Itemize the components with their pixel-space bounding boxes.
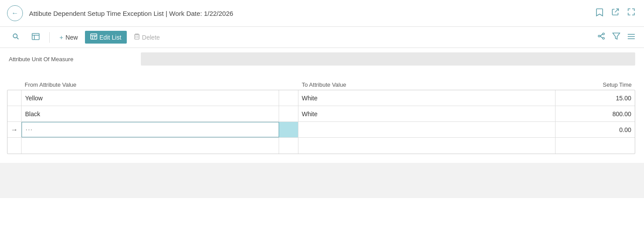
svg-line-18 bbox=[600, 36, 603, 38]
table-row-active: → ··· 0.00 bbox=[7, 122, 635, 138]
svg-point-14 bbox=[603, 33, 604, 35]
filter-icon[interactable] bbox=[612, 33, 620, 42]
col-header-from: From Attribute Value bbox=[21, 81, 279, 88]
toolbar-left: + New Edit List bbox=[7, 30, 165, 44]
row-to-3[interactable] bbox=[298, 122, 556, 137]
delete-button[interactable]: Delete bbox=[129, 30, 165, 44]
svg-point-15 bbox=[603, 37, 604, 39]
row-to-2[interactable]: White bbox=[298, 106, 556, 121]
filter-row: Attribute Unit Of Measure bbox=[0, 48, 644, 70]
ellipsis-icon: ··· bbox=[26, 126, 33, 134]
header-left: ← Attibute Dependent Setup Time Exceptio… bbox=[7, 5, 233, 21]
search-button[interactable] bbox=[7, 30, 25, 44]
row-arrow-1 bbox=[7, 90, 22, 106]
table-row-empty bbox=[7, 138, 635, 154]
table-headers: From Attribute Value To Attribute Value … bbox=[7, 81, 635, 90]
svg-marker-19 bbox=[613, 33, 620, 39]
table-icon bbox=[32, 33, 40, 41]
table-row: Black White 800.00 bbox=[7, 106, 635, 122]
row-from-3-editable[interactable]: ··· bbox=[22, 122, 279, 137]
row-from-1[interactable]: Yellow bbox=[22, 90, 279, 106]
row-setup-time-1: 15.00 bbox=[556, 90, 635, 106]
expand-icon[interactable] bbox=[627, 8, 635, 19]
svg-line-2 bbox=[17, 37, 18, 39]
row-to-1[interactable]: White bbox=[298, 90, 556, 106]
toolbar-right bbox=[597, 32, 635, 42]
back-button[interactable]: ← bbox=[7, 5, 23, 21]
row-setup-time-3: 0.00 bbox=[556, 122, 635, 137]
svg-rect-3 bbox=[32, 33, 39, 40]
svg-point-1 bbox=[13, 34, 17, 38]
search-icon bbox=[12, 33, 19, 41]
row-arrow-4 bbox=[7, 138, 22, 154]
table-container: From Attribute Value To Attribute Value … bbox=[7, 81, 635, 154]
filter-label: Attribute Unit Of Measure bbox=[9, 56, 141, 62]
row-from-2[interactable]: Black bbox=[22, 106, 279, 121]
bookmark-icon[interactable] bbox=[596, 8, 604, 19]
row-from-lookup-1 bbox=[279, 90, 298, 106]
new-label: New bbox=[66, 34, 78, 41]
row-from-lookup-3[interactable] bbox=[279, 122, 298, 137]
svg-line-0 bbox=[615, 9, 618, 12]
row-setup-time-4 bbox=[556, 138, 635, 154]
row-arrow-2 bbox=[7, 106, 22, 121]
row-from-lookup-2 bbox=[279, 106, 298, 121]
plus-icon: + bbox=[59, 33, 63, 41]
share-icon[interactable] bbox=[597, 32, 605, 42]
col-header-to: To Attribute Value bbox=[298, 81, 556, 88]
footer-area bbox=[0, 163, 644, 198]
edit-list-icon bbox=[90, 33, 97, 41]
delete-icon bbox=[134, 33, 140, 41]
table-view-button[interactable] bbox=[26, 30, 45, 44]
delete-label: Delete bbox=[142, 34, 160, 41]
external-link-icon[interactable] bbox=[611, 8, 619, 19]
filter-input[interactable] bbox=[141, 52, 635, 66]
col-header-arrow bbox=[7, 81, 21, 88]
col-header-from-lookup bbox=[279, 81, 298, 88]
page-header: ← Attibute Dependent Setup Time Exceptio… bbox=[0, 0, 644, 27]
row-setup-time-2: 800.00 bbox=[556, 106, 635, 121]
menu-icon[interactable] bbox=[627, 33, 635, 42]
header-icons bbox=[596, 8, 635, 19]
content-area: From Attribute Value To Attribute Value … bbox=[0, 70, 644, 163]
edit-list-label: Edit List bbox=[99, 34, 121, 41]
row-from-4[interactable] bbox=[22, 138, 279, 154]
page-title: Attibute Dependent Setup Time Exception … bbox=[29, 10, 233, 17]
row-arrow-3: → bbox=[7, 122, 22, 137]
toolbar: + New Edit List bbox=[0, 27, 644, 48]
table-row: Yellow White 15.00 bbox=[7, 90, 635, 106]
svg-line-17 bbox=[600, 34, 603, 37]
svg-point-16 bbox=[598, 35, 600, 37]
row-from-lookup-4 bbox=[279, 138, 298, 154]
new-button[interactable]: + New bbox=[54, 31, 83, 44]
separator-1 bbox=[49, 32, 50, 43]
row-to-4[interactable] bbox=[298, 138, 556, 154]
edit-list-button[interactable]: Edit List bbox=[85, 31, 127, 44]
data-table: Yellow White 15.00 Black White 800.00 → … bbox=[7, 90, 635, 154]
col-header-setup-time: Setup Time bbox=[556, 81, 635, 88]
svg-rect-11 bbox=[135, 35, 139, 39]
